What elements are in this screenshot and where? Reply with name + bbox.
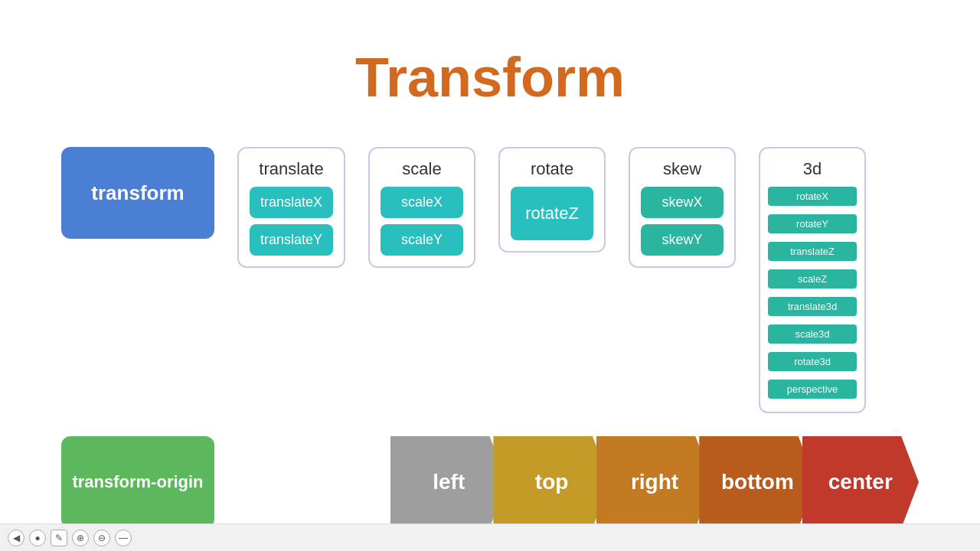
toolbar-back-btn[interactable]: ◀ [8,530,24,546]
group-card-rotate: rotate rotateZ [498,147,606,253]
skewX-btn[interactable]: skewX [641,187,724,218]
arrow-left-label: left [433,470,465,494]
group-title-translate: translate [250,159,333,179]
arrow-left: left [390,436,507,528]
toolbar-zoom-out-btn[interactable]: ⊖ [93,530,110,546]
translateZ-btn[interactable]: translateZ [768,242,857,261]
group-items-scale: scaleX scaleY [381,187,463,256]
arrow-center-label: center [828,470,893,494]
toolbar-zoom-in-btn[interactable]: ⊕ [72,530,89,546]
group-card-translate: translate translateX translateY [237,147,345,268]
arrow-right: right [596,436,713,528]
group-title-rotate: rotate [511,159,593,179]
translateX-btn[interactable]: translateX [250,187,333,218]
translate3d-btn[interactable]: translate3d [768,297,857,316]
transform-box: transform [61,147,214,239]
scaleY-btn[interactable]: scaleY [381,224,463,256]
rotateZ-btn[interactable]: rotateZ [511,187,593,240]
bottom-row: transform-origin left top right bottom c… [61,436,919,528]
skewY-btn[interactable]: skewY [641,224,724,256]
scaleZ-btn[interactable]: scaleZ [768,269,857,289]
rotateX-btn[interactable]: rotateX [768,187,857,206]
group-card-3d: 3d rotateX rotateY translateZ scaleZ tra… [759,147,866,413]
group-items-rotate: rotateZ [511,187,593,240]
bottom-toolbar: ◀ ● ✎ ⊕ ⊖ — [0,523,980,551]
arrow-bottom-label: bottom [721,470,794,494]
rotate3d-btn[interactable]: rotate3d [768,352,857,371]
group-title-scale: scale [381,159,463,179]
toolbar-minus-btn[interactable]: — [115,530,132,546]
group-card-skew: skew skewX skewY [629,147,736,268]
rotateY-btn[interactable]: rotateY [768,214,857,233]
arrow-right-label: right [631,470,678,494]
transform-origin-label: transform-origin [72,472,203,492]
perspective-btn[interactable]: perspective [768,380,857,399]
arrow-top: top [493,436,609,528]
page-title: Transform [0,0,980,109]
scale3d-btn[interactable]: scale3d [768,324,857,344]
transform-origin-box: transform-origin [61,436,214,528]
group-title-skew: skew [641,159,724,179]
translateY-btn[interactable]: translateY [250,224,333,256]
group-items-skew: skewX skewY [641,187,724,256]
arrow-center: center [802,436,919,528]
group-card-scale: scale scaleX scaleY [368,147,475,268]
arrow-bottom: bottom [699,436,815,528]
transform-label: transform [91,181,184,205]
main-content: transform translate translateX translate… [0,147,980,528]
group-items-translate: translateX translateY [250,187,333,256]
group-items-3d: rotateX rotateY translateZ scaleZ transl… [768,187,857,401]
toolbar-circle-btn[interactable]: ● [29,530,46,546]
top-row: transform translate translateX translate… [61,147,919,413]
scaleX-btn[interactable]: scaleX [381,187,463,218]
group-title-3d: 3d [768,159,857,179]
toolbar-edit-btn[interactable]: ✎ [51,530,67,546]
arrow-top-label: top [535,470,569,494]
